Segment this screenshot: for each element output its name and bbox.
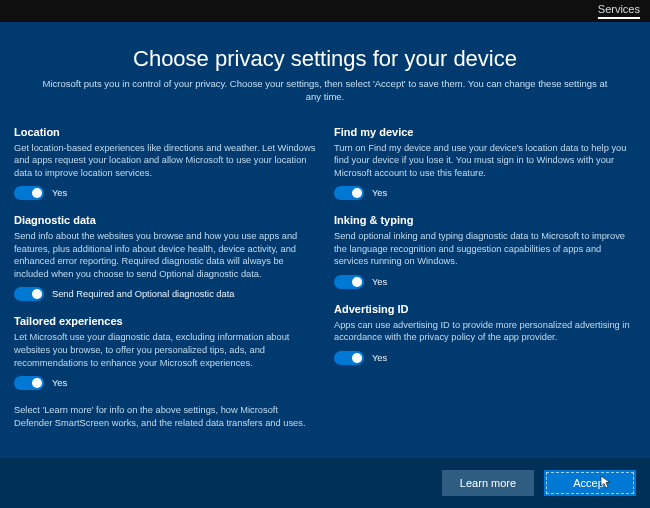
learn-more-button[interactable]: Learn more: [442, 470, 534, 496]
toggle-label: Send Required and Optional diagnostic da…: [52, 289, 234, 299]
setting-heading: Location: [14, 126, 316, 138]
setting-location: Location Get location-based experiences …: [14, 126, 316, 201]
setting-desc: Send optional inking and typing diagnost…: [334, 230, 636, 268]
toggle-knob: [32, 289, 42, 299]
toggle-advertising-id[interactable]: [334, 351, 364, 365]
setting-desc: Send info about the websites you browse …: [14, 230, 316, 280]
tab-services[interactable]: Services: [598, 3, 640, 19]
setting-desc: Let Microsoft use your diagnostic data, …: [14, 331, 316, 369]
toggle-find-my-device[interactable]: [334, 186, 364, 200]
toggle-row: Yes: [334, 351, 636, 365]
setting-inking-typing: Inking & typing Send optional inking and…: [334, 214, 636, 289]
toggle-row: Yes: [14, 186, 316, 200]
footer: Learn more Accept: [0, 458, 650, 508]
page-subtitle: Microsoft puts you in control of your pr…: [14, 78, 636, 104]
toggle-row: Yes: [334, 186, 636, 200]
content-area: Choose privacy settings for your device …: [0, 22, 650, 508]
toggle-label: Yes: [52, 188, 67, 198]
toggle-label: Yes: [372, 277, 387, 287]
setting-desc: Get location-based experiences like dire…: [14, 142, 316, 180]
toggle-row: Yes: [334, 275, 636, 289]
topbar: Services: [0, 0, 650, 22]
toggle-tailored[interactable]: [14, 376, 44, 390]
setting-heading: Find my device: [334, 126, 636, 138]
toggle-location[interactable]: [14, 186, 44, 200]
setting-diagnostic: Diagnostic data Send info about the webs…: [14, 214, 316, 301]
oobe-privacy-window: Services Choose privacy settings for you…: [0, 0, 650, 508]
setting-heading: Tailored experiences: [14, 315, 316, 327]
toggle-diagnostic[interactable]: [14, 287, 44, 301]
toggle-knob: [32, 378, 42, 388]
toggle-knob: [352, 353, 362, 363]
col-right: Find my device Turn on Find my device an…: [334, 126, 636, 430]
footnote-text: Select 'Learn more' for info on the abov…: [14, 404, 316, 429]
settings-columns: Location Get location-based experiences …: [14, 126, 636, 430]
setting-advertising-id: Advertising ID Apps can use advertising …: [334, 303, 636, 365]
setting-desc: Turn on Find my device and use your devi…: [334, 142, 636, 180]
toggle-inking-typing[interactable]: [334, 275, 364, 289]
page-title: Choose privacy settings for your device: [14, 46, 636, 72]
toggle-label: Yes: [52, 378, 67, 388]
toggle-label: Yes: [372, 353, 387, 363]
accept-button-label: Accept: [573, 477, 607, 489]
toggle-label: Yes: [372, 188, 387, 198]
toggle-knob: [352, 277, 362, 287]
setting-desc: Apps can use advertising ID to provide m…: [334, 319, 636, 344]
toggle-knob: [352, 188, 362, 198]
setting-heading: Inking & typing: [334, 214, 636, 226]
toggle-row: Yes: [14, 376, 316, 390]
setting-heading: Advertising ID: [334, 303, 636, 315]
col-left: Location Get location-based experiences …: [14, 126, 316, 430]
toggle-knob: [32, 188, 42, 198]
accept-button[interactable]: Accept: [544, 470, 636, 496]
setting-tailored: Tailored experiences Let Microsoft use y…: [14, 315, 316, 390]
setting-find-my-device: Find my device Turn on Find my device an…: [334, 126, 636, 201]
setting-heading: Diagnostic data: [14, 214, 316, 226]
toggle-row: Send Required and Optional diagnostic da…: [14, 287, 316, 301]
